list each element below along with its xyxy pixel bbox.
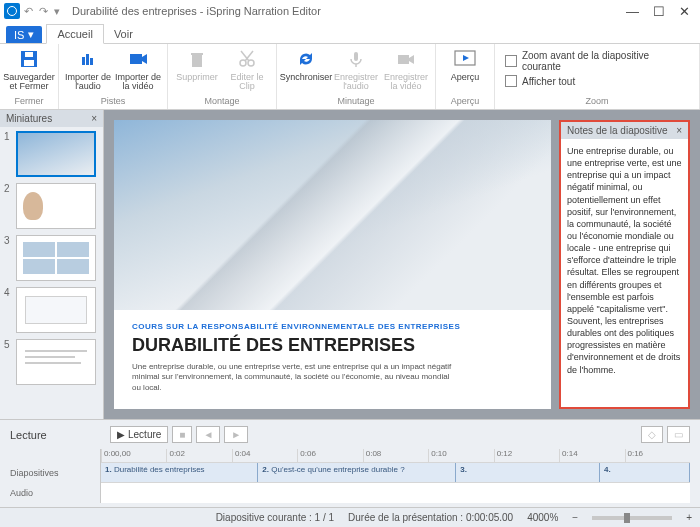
status-zoom: 4000% [527, 512, 558, 523]
sync-button[interactable]: Synchroniser [281, 46, 331, 82]
svg-rect-14 [354, 52, 358, 61]
scissors-icon [236, 48, 258, 70]
thumbnail-5[interactable]: 5 [4, 339, 99, 385]
status-current-slide: Diapositive courante : 1 / 1 [216, 512, 334, 523]
minimize-button[interactable]: — [626, 4, 639, 19]
zoom-slider-knob[interactable] [624, 513, 630, 523]
ribbon-tabs: IS ▾ Accueil Voir [0, 22, 700, 44]
group-label-preview: Aperçu [451, 96, 480, 107]
status-duration: Durée de la présentation : 0:00:05.00 [348, 512, 513, 523]
timeline-ruler[interactable]: 0:00,000:020:040:060:080:100:120:140:16 [101, 449, 690, 463]
panel-close-icon[interactable]: × [91, 113, 97, 124]
delete-label: Supprimer [176, 73, 218, 82]
record-video-button: Enregistrer la vidéo [381, 46, 431, 92]
clip-4[interactable]: 4. [600, 463, 690, 482]
notes-text[interactable]: Une entreprise durable, ou une entrepris… [561, 139, 688, 407]
stop-button[interactable]: ■ [172, 426, 192, 443]
ribbon-group-close: Sauvegarder et Fermer Fermer [0, 44, 59, 109]
svg-rect-8 [192, 55, 202, 67]
sync-label: Synchroniser [280, 73, 333, 82]
close-button[interactable]: ✕ [679, 4, 690, 19]
window-title: Durabilité des entreprises - iSpring Nar… [72, 5, 321, 17]
svg-rect-16 [398, 55, 409, 64]
slide-text-block: COURS SUR LA RESPONSABILITÉ ENVIRONNEMEN… [114, 310, 551, 409]
slides-track[interactable]: 1. Durabilité des entreprises 2. Qu'est-… [101, 463, 690, 483]
content-area: Miniatures × 1 2 3 4 5 COURS SUR LA RESP… [0, 110, 700, 419]
zoom-showall-button[interactable]: Afficher tout [505, 75, 689, 87]
tab-view[interactable]: Voir [104, 25, 143, 43]
delete-button: Supprimer [172, 46, 222, 82]
chevron-down-icon: ▾ [28, 28, 34, 41]
trash-icon [186, 48, 208, 70]
app-menu-button[interactable]: IS ▾ [6, 26, 42, 43]
save-icon [18, 48, 40, 70]
slide-headline: DURABILITÉ DES ENTREPRISES [132, 335, 533, 356]
thumbnails-header: Miniatures × [0, 110, 103, 127]
edit-clip-button: Editer le Clip [222, 46, 272, 92]
thumbnails-panel: Miniatures × 1 2 3 4 5 [0, 110, 104, 419]
app-menu-label: IS [14, 29, 24, 41]
play-button[interactable]: ▶Lecture [110, 426, 168, 443]
group-label-zoom: Zoom [585, 96, 608, 107]
playback-label: Lecture [10, 429, 100, 441]
notes-close-icon[interactable]: × [676, 125, 682, 136]
zoom-slider[interactable] [592, 516, 672, 520]
quick-access-toolbar: ↶ ↷ ▾ [24, 5, 60, 18]
preview-label: Aperçu [451, 73, 480, 82]
qat-dropdown-icon[interactable]: ▾ [54, 5, 60, 18]
window-controls: — ☐ ✕ [626, 4, 696, 19]
clip-1[interactable]: 1. Durabilité des entreprises [101, 463, 258, 482]
clip-3[interactable]: 3. [456, 463, 600, 482]
undo-icon[interactable]: ↶ [24, 5, 33, 18]
svg-marker-19 [463, 55, 469, 61]
thumbnails-list[interactable]: 1 2 3 4 5 [0, 127, 103, 419]
app-icon [4, 3, 20, 19]
play-label: Lecture [128, 429, 161, 440]
import-audio-button[interactable]: Importer de l'audio [63, 46, 113, 92]
thumbnail-2[interactable]: 2 [4, 183, 99, 229]
svg-marker-7 [142, 54, 147, 64]
next-button[interactable]: ► [224, 426, 248, 443]
prev-button[interactable]: ◄ [196, 426, 220, 443]
tl-extra2-button[interactable]: ▭ [667, 426, 690, 443]
zoom-fit-label: Zoom avant de la diapositive courante [522, 50, 689, 72]
save-close-button[interactable]: Sauvegarder et Fermer [4, 46, 54, 92]
slide-hero-image [114, 120, 551, 310]
save-close-label: Sauvegarder et Fermer [3, 73, 55, 92]
camera-icon [395, 48, 417, 70]
maximize-button[interactable]: ☐ [653, 4, 665, 19]
group-label-close: Fermer [15, 96, 44, 107]
audio-icon [77, 48, 99, 70]
zoom-all-icon [505, 75, 517, 87]
audio-track[interactable] [101, 483, 690, 503]
thumbnails-title: Miniatures [6, 113, 52, 124]
thumbnail-1[interactable]: 1 [4, 131, 99, 177]
record-video-label: Enregistrer la vidéo [381, 73, 431, 92]
import-video-button[interactable]: Importer de la vidéo [113, 46, 163, 92]
thumbnail-3[interactable]: 3 [4, 235, 99, 281]
stage: COURS SUR LA RESPONSABILITÉ ENVIRONNEMEN… [104, 110, 700, 419]
svg-rect-1 [24, 60, 34, 66]
clip-2[interactable]: 2. Qu'est-ce qu'une entreprise durable ? [258, 463, 456, 482]
notes-title: Notes de la diapositive [567, 125, 668, 136]
svg-rect-3 [82, 57, 85, 65]
preview-button[interactable]: Aperçu [440, 46, 490, 82]
titlebar: ↶ ↷ ▾ Durabilité des entreprises - iSpri… [0, 0, 700, 22]
redo-icon[interactable]: ↷ [39, 5, 48, 18]
thumbnail-4[interactable]: 4 [4, 287, 99, 333]
zoom-fit-icon [505, 55, 517, 67]
tab-home[interactable]: Accueil [46, 24, 103, 44]
svg-rect-9 [191, 53, 203, 55]
notes-panel: Notes de la diapositive × Une entreprise… [559, 120, 690, 409]
track-label-slides: Diapositives [10, 463, 100, 483]
zoom-fit-button[interactable]: Zoom avant de la diapositive courante [505, 50, 689, 72]
zoom-in-button[interactable]: + [686, 512, 692, 523]
mic-icon [345, 48, 367, 70]
zoom-out-button[interactable]: − [572, 512, 578, 523]
tl-extra1-button[interactable]: ◇ [641, 426, 663, 443]
svg-rect-5 [90, 58, 93, 65]
ribbon-group-tracks: Importer de l'audio Importer de la vidéo… [59, 44, 168, 109]
timeline-tracks: Diapositives Audio 0:00,000:020:040:060:… [10, 449, 690, 503]
ribbon-group-zoom: Zoom avant de la diapositive courante Af… [495, 44, 700, 109]
track-label-audio: Audio [10, 483, 100, 503]
